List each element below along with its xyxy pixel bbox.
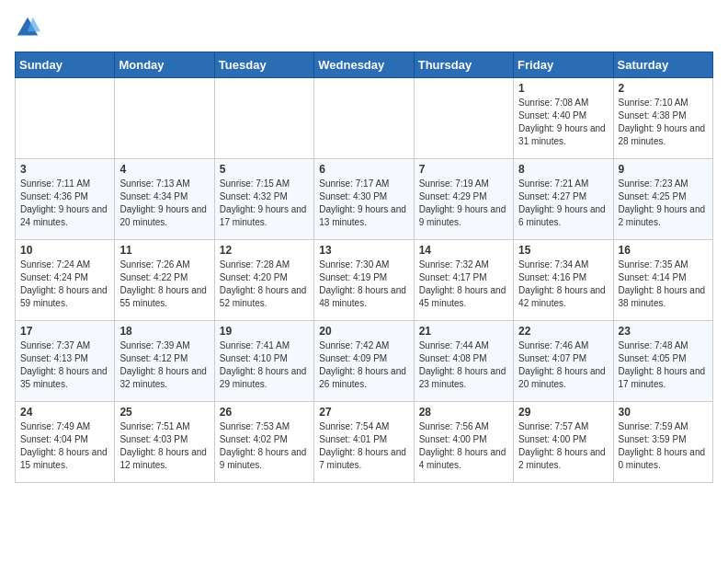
day-info: Sunrise: 7:41 AM Sunset: 4:10 PM Dayligh… <box>220 339 309 391</box>
calendar-week-row: 1Sunrise: 7:08 AM Sunset: 4:40 PM Daylig… <box>16 78 713 159</box>
weekday-header-tuesday: Tuesday <box>214 52 313 78</box>
day-number: 26 <box>220 406 309 419</box>
calendar-cell: 23Sunrise: 7:48 AM Sunset: 4:05 PM Dayli… <box>613 321 712 402</box>
calendar-cell <box>115 78 214 159</box>
calendar-cell: 20Sunrise: 7:42 AM Sunset: 4:09 PM Dayli… <box>314 321 414 402</box>
calendar-cell <box>314 78 414 159</box>
day-info: Sunrise: 7:24 AM Sunset: 4:24 PM Dayligh… <box>20 259 109 310</box>
calendar-header-row: SundayMondayTuesdayWednesdayThursdayFrid… <box>16 52 713 78</box>
day-number: 1 <box>518 82 608 95</box>
day-info: Sunrise: 7:37 AM Sunset: 4:13 PM Dayligh… <box>20 339 109 391</box>
day-number: 21 <box>419 325 508 338</box>
day-number: 9 <box>619 163 708 176</box>
calendar-cell: 1Sunrise: 7:08 AM Sunset: 4:40 PM Daylig… <box>514 78 613 159</box>
day-info: Sunrise: 7:17 AM Sunset: 4:30 PM Dayligh… <box>319 178 408 229</box>
day-info: Sunrise: 7:34 AM Sunset: 4:16 PM Dayligh… <box>518 259 608 310</box>
calendar-week-row: 24Sunrise: 7:49 AM Sunset: 4:04 PM Dayli… <box>16 402 713 483</box>
calendar-cell: 7Sunrise: 7:19 AM Sunset: 4:29 PM Daylig… <box>414 159 513 240</box>
calendar-cell: 11Sunrise: 7:26 AM Sunset: 4:22 PM Dayli… <box>115 240 214 321</box>
day-info: Sunrise: 7:48 AM Sunset: 4:05 PM Dayligh… <box>619 339 708 391</box>
day-info: Sunrise: 7:54 AM Sunset: 4:01 PM Dayligh… <box>319 420 408 472</box>
calendar-cell: 13Sunrise: 7:30 AM Sunset: 4:19 PM Dayli… <box>314 240 414 321</box>
weekday-header-sunday: Sunday <box>16 52 115 78</box>
calendar-cell: 24Sunrise: 7:49 AM Sunset: 4:04 PM Dayli… <box>16 402 115 483</box>
calendar-cell: 14Sunrise: 7:32 AM Sunset: 4:17 PM Dayli… <box>414 240 513 321</box>
day-info: Sunrise: 7:26 AM Sunset: 4:22 PM Dayligh… <box>119 259 209 310</box>
day-number: 5 <box>220 163 309 176</box>
calendar-cell <box>414 78 513 159</box>
day-info: Sunrise: 7:21 AM Sunset: 4:27 PM Dayligh… <box>518 178 608 229</box>
day-info: Sunrise: 7:30 AM Sunset: 4:19 PM Dayligh… <box>319 259 408 310</box>
day-number: 24 <box>20 406 109 419</box>
day-number: 22 <box>518 325 608 338</box>
calendar-cell: 3Sunrise: 7:11 AM Sunset: 4:36 PM Daylig… <box>16 159 115 240</box>
day-info: Sunrise: 7:39 AM Sunset: 4:12 PM Dayligh… <box>119 339 209 391</box>
calendar-table: SundayMondayTuesdayWednesdayThursdayFrid… <box>15 52 713 483</box>
calendar-cell: 2Sunrise: 7:10 AM Sunset: 4:38 PM Daylig… <box>613 78 712 159</box>
day-number: 3 <box>20 163 109 176</box>
calendar-cell: 26Sunrise: 7:53 AM Sunset: 4:02 PM Dayli… <box>214 402 313 483</box>
calendar-cell: 17Sunrise: 7:37 AM Sunset: 4:13 PM Dayli… <box>16 321 115 402</box>
day-info: Sunrise: 7:53 AM Sunset: 4:02 PM Dayligh… <box>220 420 309 472</box>
day-info: Sunrise: 7:23 AM Sunset: 4:25 PM Dayligh… <box>619 178 708 229</box>
day-number: 20 <box>319 325 408 338</box>
calendar-cell: 21Sunrise: 7:44 AM Sunset: 4:08 PM Dayli… <box>414 321 513 402</box>
day-info: Sunrise: 7:28 AM Sunset: 4:20 PM Dayligh… <box>220 259 309 310</box>
day-number: 28 <box>419 406 508 419</box>
day-info: Sunrise: 7:59 AM Sunset: 3:59 PM Dayligh… <box>619 420 708 472</box>
calendar-cell: 10Sunrise: 7:24 AM Sunset: 4:24 PM Dayli… <box>16 240 115 321</box>
day-number: 13 <box>319 244 408 257</box>
weekday-header-thursday: Thursday <box>414 52 513 78</box>
calendar-cell: 5Sunrise: 7:15 AM Sunset: 4:32 PM Daylig… <box>214 159 313 240</box>
calendar-cell: 30Sunrise: 7:59 AM Sunset: 3:59 PM Dayli… <box>613 402 712 483</box>
day-number: 2 <box>619 82 708 95</box>
day-number: 6 <box>319 163 408 176</box>
day-number: 25 <box>119 406 209 419</box>
day-info: Sunrise: 7:15 AM Sunset: 4:32 PM Dayligh… <box>220 178 309 229</box>
day-number: 29 <box>518 406 608 419</box>
day-number: 15 <box>518 244 608 257</box>
day-number: 16 <box>619 244 708 257</box>
day-number: 7 <box>419 163 508 176</box>
day-number: 4 <box>119 163 209 176</box>
calendar-cell: 8Sunrise: 7:21 AM Sunset: 4:27 PM Daylig… <box>514 159 613 240</box>
calendar-cell: 6Sunrise: 7:17 AM Sunset: 4:30 PM Daylig… <box>314 159 414 240</box>
calendar-cell: 28Sunrise: 7:56 AM Sunset: 4:00 PM Dayli… <box>414 402 513 483</box>
calendar-week-row: 17Sunrise: 7:37 AM Sunset: 4:13 PM Dayli… <box>16 321 713 402</box>
day-info: Sunrise: 7:13 AM Sunset: 4:34 PM Dayligh… <box>119 178 209 229</box>
weekday-header-wednesday: Wednesday <box>314 52 414 78</box>
calendar-cell: 19Sunrise: 7:41 AM Sunset: 4:10 PM Dayli… <box>214 321 313 402</box>
calendar-cell: 9Sunrise: 7:23 AM Sunset: 4:25 PM Daylig… <box>613 159 712 240</box>
calendar-cell: 29Sunrise: 7:57 AM Sunset: 4:00 PM Dayli… <box>514 402 613 483</box>
calendar-week-row: 3Sunrise: 7:11 AM Sunset: 4:36 PM Daylig… <box>16 159 713 240</box>
day-info: Sunrise: 7:19 AM Sunset: 4:29 PM Dayligh… <box>419 178 508 229</box>
page-header <box>15 15 713 40</box>
day-number: 23 <box>619 325 708 338</box>
weekday-header-monday: Monday <box>115 52 214 78</box>
calendar-cell: 12Sunrise: 7:28 AM Sunset: 4:20 PM Dayli… <box>214 240 313 321</box>
calendar-cell: 16Sunrise: 7:35 AM Sunset: 4:14 PM Dayli… <box>613 240 712 321</box>
day-number: 19 <box>220 325 309 338</box>
day-info: Sunrise: 7:51 AM Sunset: 4:03 PM Dayligh… <box>119 420 209 472</box>
calendar-cell: 25Sunrise: 7:51 AM Sunset: 4:03 PM Dayli… <box>115 402 214 483</box>
calendar-cell: 27Sunrise: 7:54 AM Sunset: 4:01 PM Dayli… <box>314 402 414 483</box>
logo-icon <box>15 15 40 40</box>
day-number: 12 <box>220 244 309 257</box>
day-number: 10 <box>20 244 109 257</box>
calendar-cell: 18Sunrise: 7:39 AM Sunset: 4:12 PM Dayli… <box>115 321 214 402</box>
day-info: Sunrise: 7:32 AM Sunset: 4:17 PM Dayligh… <box>419 259 508 310</box>
day-number: 17 <box>20 325 109 338</box>
weekday-header-saturday: Saturday <box>613 52 712 78</box>
day-info: Sunrise: 7:11 AM Sunset: 4:36 PM Dayligh… <box>20 178 109 229</box>
calendar-cell: 4Sunrise: 7:13 AM Sunset: 4:34 PM Daylig… <box>115 159 214 240</box>
day-number: 11 <box>119 244 209 257</box>
weekday-header-friday: Friday <box>514 52 613 78</box>
day-info: Sunrise: 7:42 AM Sunset: 4:09 PM Dayligh… <box>319 339 408 391</box>
day-info: Sunrise: 7:46 AM Sunset: 4:07 PM Dayligh… <box>518 339 608 391</box>
day-info: Sunrise: 7:56 AM Sunset: 4:00 PM Dayligh… <box>419 420 508 472</box>
day-number: 18 <box>119 325 209 338</box>
calendar-cell <box>214 78 313 159</box>
day-info: Sunrise: 7:08 AM Sunset: 4:40 PM Dayligh… <box>518 97 608 148</box>
day-info: Sunrise: 7:49 AM Sunset: 4:04 PM Dayligh… <box>20 420 109 472</box>
day-info: Sunrise: 7:57 AM Sunset: 4:00 PM Dayligh… <box>518 420 608 472</box>
